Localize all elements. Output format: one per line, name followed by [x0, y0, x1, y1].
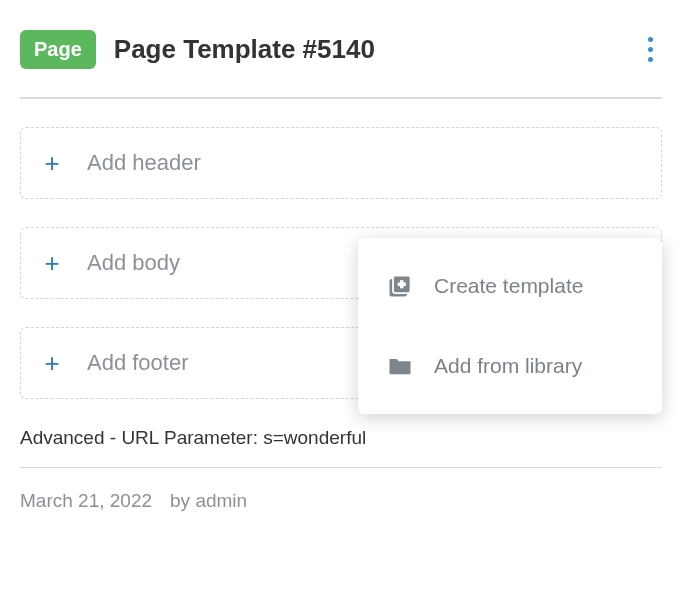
add-from-library-item[interactable]: Add from library — [358, 326, 662, 406]
plus-icon: + — [41, 250, 63, 276]
divider — [20, 97, 662, 99]
add-from-library-label: Add from library — [434, 354, 582, 378]
plus-icon: + — [41, 150, 63, 176]
kebab-dot-icon — [648, 37, 653, 42]
kebab-dot-icon — [648, 57, 653, 62]
folder-icon — [386, 352, 414, 380]
create-template-label: Create template — [434, 274, 583, 298]
create-template-icon — [386, 272, 414, 300]
type-badge: Page — [20, 30, 96, 69]
date-text: March 21, 2022 — [20, 490, 152, 512]
add-footer-label: Add footer — [87, 350, 189, 376]
svg-rect-3 — [398, 283, 406, 287]
footer-dropdown-menu: Create template Add from library — [358, 238, 662, 414]
divider — [20, 467, 662, 468]
header-row: Page Page Template #5140 — [20, 30, 662, 69]
advanced-url-parameter: Advanced - URL Parameter: s=wonderful — [20, 427, 662, 449]
create-template-item[interactable]: Create template — [358, 246, 662, 326]
add-body-label: Add body — [87, 250, 180, 276]
meta-row: March 21, 2022 by admin — [20, 490, 662, 512]
kebab-dot-icon — [648, 47, 653, 52]
add-header-zone[interactable]: + Add header — [20, 127, 662, 199]
more-options-button[interactable] — [638, 35, 662, 65]
page-title: Page Template #5140 — [114, 34, 620, 65]
author-text: by admin — [170, 490, 247, 512]
plus-icon: + — [41, 350, 63, 376]
add-header-label: Add header — [87, 150, 201, 176]
